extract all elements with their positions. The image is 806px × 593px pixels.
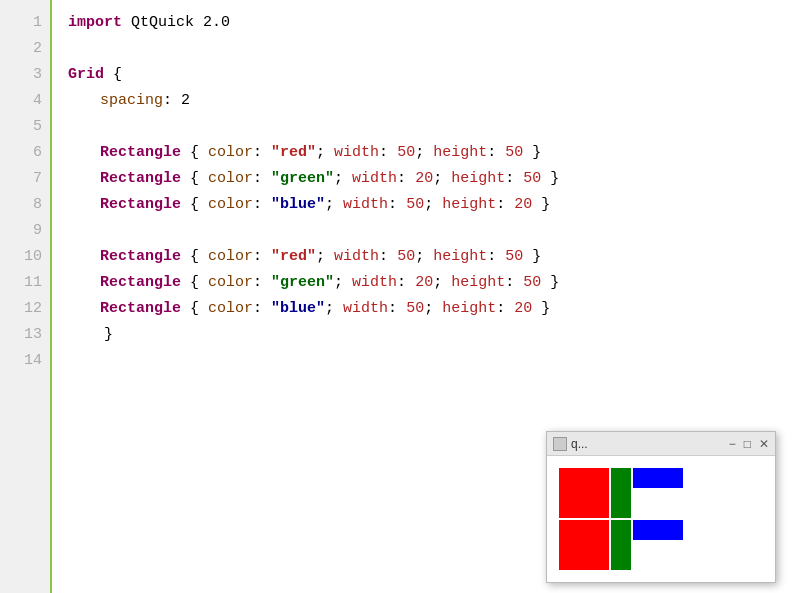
- qml-grid: [555, 464, 687, 574]
- maximize-button[interactable]: □: [744, 437, 751, 451]
- rect3-keyword: Rectangle: [100, 193, 181, 217]
- import-keyword: import: [68, 11, 122, 35]
- spacing-prop: spacing: [100, 89, 163, 113]
- code-line-6: Rectangle { color: "red"; width: 50; hei…: [68, 140, 790, 166]
- rect6-keyword: Rectangle: [100, 297, 181, 321]
- rect5-keyword: Rectangle: [100, 271, 181, 295]
- line-num-10: 10: [8, 244, 42, 270]
- grid-close-brace: }: [68, 323, 113, 347]
- code-line-2: [68, 36, 790, 62]
- red-rect-2: [559, 520, 609, 570]
- preview-window-controls[interactable]: − □ ✕: [729, 437, 769, 451]
- rect1-keyword: Rectangle: [100, 141, 181, 165]
- code-line-5: [68, 114, 790, 140]
- minimize-button[interactable]: −: [729, 437, 736, 451]
- green-rect-1: [611, 468, 631, 518]
- line-num-9: 9: [8, 218, 42, 244]
- code-line-11: Rectangle { color: "green"; width: 20; h…: [68, 270, 790, 296]
- red-rect-1: [559, 468, 609, 518]
- code-line-8: Rectangle { color: "blue"; width: 50; he…: [68, 192, 790, 218]
- rect4-keyword: Rectangle: [100, 245, 181, 269]
- preview-content: [547, 456, 775, 582]
- line-num-1: 1: [8, 10, 42, 36]
- line-num-4: 4: [8, 88, 42, 114]
- code-line-12: Rectangle { color: "blue"; width: 50; he…: [68, 296, 790, 322]
- grid-keyword: Grid: [68, 63, 104, 87]
- line-num-14: 14: [8, 348, 42, 374]
- line-num-8: 8: [8, 192, 42, 218]
- line-num-5: 5: [8, 114, 42, 140]
- preview-app-icon: [553, 437, 567, 451]
- line-num-2: 2: [8, 36, 42, 62]
- code-line-7: Rectangle { color: "green"; width: 20; h…: [68, 166, 790, 192]
- preview-window[interactable]: q... − □ ✕: [546, 431, 776, 583]
- line-num-13: 13: [8, 322, 42, 348]
- code-line-9: [68, 218, 790, 244]
- green-rect-2: [611, 520, 631, 570]
- preview-titlebar: q... − □ ✕: [547, 432, 775, 456]
- line-num-6: 6: [8, 140, 42, 166]
- blue-rect-1: [633, 468, 683, 488]
- line-numbers: 1 2 3 4 5 6 7 8 9 10 11 12 13 14: [0, 0, 52, 593]
- code-line-3: Grid {: [68, 62, 790, 88]
- rect2-keyword: Rectangle: [100, 167, 181, 191]
- code-line-13: }: [68, 322, 790, 348]
- spacing-value: 2: [172, 89, 190, 113]
- module-name: QtQuick 2.0: [122, 11, 230, 35]
- close-button[interactable]: ✕: [759, 437, 769, 451]
- code-editor: import QtQuick 2.0 Grid { spacing: 2 Rec…: [52, 0, 806, 593]
- grid-open-brace: {: [104, 63, 122, 87]
- line-num-7: 7: [8, 166, 42, 192]
- code-line-1: import QtQuick 2.0: [68, 10, 790, 36]
- code-line-10: Rectangle { color: "red"; width: 50; hei…: [68, 244, 790, 270]
- blue-rect-2: [633, 520, 683, 540]
- code-line-14: [68, 348, 790, 374]
- line-num-3: 3: [8, 62, 42, 88]
- preview-title: q...: [571, 437, 725, 451]
- line-num-12: 12: [8, 296, 42, 322]
- line-num-11: 11: [8, 270, 42, 296]
- code-line-4: spacing: 2: [68, 88, 790, 114]
